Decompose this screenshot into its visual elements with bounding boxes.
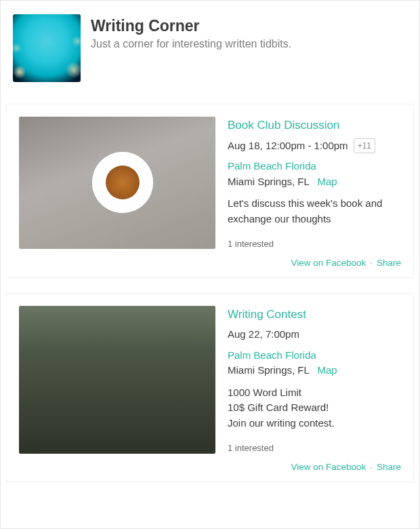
event-description: Let's discuss this week's book and excha… — [228, 196, 401, 227]
event-map-link[interactable]: Map — [317, 176, 337, 187]
event-venue-link[interactable]: Palm Beach Florida — [228, 160, 316, 172]
events-feed: Book Club Discussion Aug 18, 12:00pm - 1… — [1, 104, 419, 482]
event-datetime: Aug 18, 12:00pm - 1:00pm — [228, 138, 348, 154]
view-on-facebook-link[interactable]: View on Facebook — [291, 462, 366, 472]
event-image[interactable] — [19, 306, 215, 454]
page-header: Writing Corner Just a corner for interes… — [1, 1, 419, 89]
event-datetime: Aug 22, 7:00pm — [228, 327, 299, 342]
event-datetime-row: Aug 22, 7:00pm — [228, 327, 401, 342]
page-tagline: Just a corner for interesting written ti… — [91, 38, 291, 50]
event-body: Writing Contest Aug 22, 7:00pm Palm Beac… — [19, 306, 401, 455]
event-description: 1000 Word Limit 10$ Gift Card Reward! Jo… — [228, 385, 401, 431]
view-on-facebook-link[interactable]: View on Facebook — [291, 258, 366, 268]
event-image[interactable] — [19, 117, 215, 249]
header-text: Writing Corner Just a corner for interes… — [91, 14, 291, 82]
separator-dot: · — [370, 258, 373, 268]
separator-dot: · — [370, 462, 373, 472]
event-title-link[interactable]: Writing Contest — [228, 306, 306, 324]
event-card: Writing Contest Aug 22, 7:00pm Palm Beac… — [6, 293, 414, 482]
event-interested: 1 interested — [228, 442, 401, 455]
event-location: Palm Beach Florida Miami Springs, FL Map — [228, 159, 401, 189]
more-times-badge[interactable]: +11 — [354, 138, 375, 153]
event-body: Book Club Discussion Aug 18, 12:00pm - 1… — [19, 117, 401, 251]
event-footer: View on Facebook · Share — [19, 258, 401, 272]
event-interested: 1 interested — [228, 237, 401, 251]
page-avatar — [13, 14, 81, 82]
event-city: Miami Springs, FL — [228, 176, 309, 187]
event-footer: View on Facebook · Share — [19, 462, 401, 476]
event-location: Palm Beach Florida Miami Springs, FL Map — [228, 348, 401, 378]
page-title: Writing Corner — [91, 17, 291, 35]
event-title-link[interactable]: Book Club Discussion — [228, 117, 339, 134]
event-venue-link[interactable]: Palm Beach Florida — [228, 349, 316, 361]
event-city: Miami Springs, FL — [228, 364, 309, 376]
event-map-link[interactable]: Map — [317, 364, 337, 376]
event-details: Book Club Discussion Aug 18, 12:00pm - 1… — [228, 117, 401, 251]
share-link[interactable]: Share — [377, 462, 401, 472]
event-datetime-row: Aug 18, 12:00pm - 1:00pm +11 — [228, 138, 401, 154]
share-link[interactable]: Share — [377, 258, 401, 268]
event-details: Writing Contest Aug 22, 7:00pm Palm Beac… — [228, 306, 401, 455]
event-card: Book Club Discussion Aug 18, 12:00pm - 1… — [6, 104, 414, 278]
